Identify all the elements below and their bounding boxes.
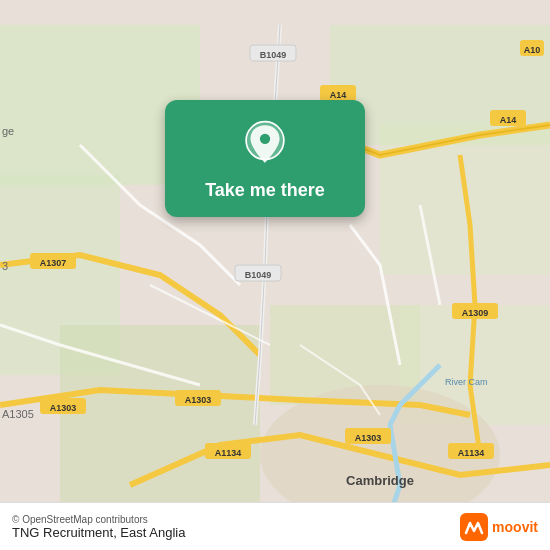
svg-text:ge: ge <box>2 125 14 137</box>
take-me-label: Take me there <box>205 180 325 201</box>
svg-text:A1307: A1307 <box>40 258 67 268</box>
bottom-bar: © OpenStreetMap contributors TNG Recruit… <box>0 502 550 550</box>
svg-text:B1049: B1049 <box>245 270 272 280</box>
copyright-text: © OpenStreetMap contributors <box>12 514 185 525</box>
svg-text:B1049: B1049 <box>260 50 287 60</box>
map-container: River Cam A14 A14 A1307 A1303 A1303 A113… <box>0 0 550 550</box>
moovit-icon <box>460 513 488 541</box>
svg-text:A1303: A1303 <box>185 395 212 405</box>
moovit-logo: moovit <box>460 513 538 541</box>
svg-text:3: 3 <box>2 260 8 272</box>
svg-text:A1303: A1303 <box>50 403 77 413</box>
take-me-card[interactable]: Take me there <box>165 100 365 217</box>
svg-rect-5 <box>60 325 260 505</box>
svg-text:A1134: A1134 <box>215 448 242 458</box>
svg-text:A1134: A1134 <box>458 448 485 458</box>
svg-text:Cambridge: Cambridge <box>346 473 414 488</box>
svg-text:River Cam: River Cam <box>445 377 488 387</box>
svg-text:A1303: A1303 <box>355 433 382 443</box>
location-title: TNG Recruitment, East Anglia <box>12 525 185 540</box>
svg-text:A14: A14 <box>500 115 517 125</box>
location-pin-icon <box>241 120 289 168</box>
svg-text:A1309: A1309 <box>462 308 489 318</box>
svg-rect-40 <box>460 513 488 541</box>
svg-point-39 <box>260 134 270 144</box>
svg-text:A14: A14 <box>330 90 347 100</box>
svg-text:A1305: A1305 <box>2 408 34 420</box>
bottom-left: © OpenStreetMap contributors TNG Recruit… <box>12 514 185 540</box>
map-svg: River Cam A14 A14 A1307 A1303 A1303 A113… <box>0 0 550 550</box>
moovit-text: moovit <box>492 519 538 535</box>
svg-text:A10: A10 <box>524 45 541 55</box>
